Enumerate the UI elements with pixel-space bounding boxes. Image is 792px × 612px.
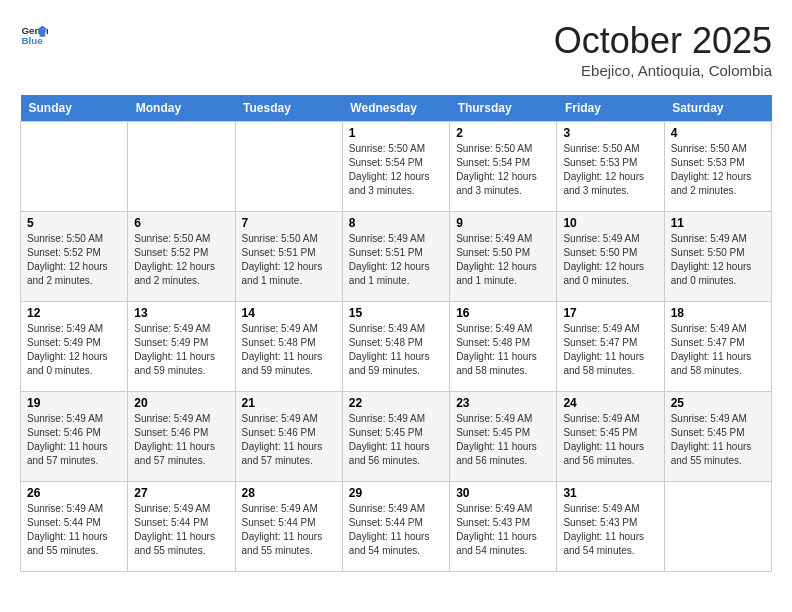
cell-content: Sunrise: 5:50 AM Sunset: 5:53 PM Dayligh… (671, 142, 765, 198)
day-header-tuesday: Tuesday (235, 95, 342, 122)
calendar-cell (21, 122, 128, 212)
day-number: 4 (671, 126, 765, 140)
calendar-cell: 24Sunrise: 5:49 AM Sunset: 5:45 PM Dayli… (557, 392, 664, 482)
cell-content: Sunrise: 5:49 AM Sunset: 5:50 PM Dayligh… (456, 232, 550, 288)
calendar-cell: 23Sunrise: 5:49 AM Sunset: 5:45 PM Dayli… (450, 392, 557, 482)
calendar-header: SundayMondayTuesdayWednesdayThursdayFrid… (21, 95, 772, 122)
cell-content: Sunrise: 5:49 AM Sunset: 5:46 PM Dayligh… (242, 412, 336, 468)
week-row-2: 5Sunrise: 5:50 AM Sunset: 5:52 PM Daylig… (21, 212, 772, 302)
calendar-cell: 10Sunrise: 5:49 AM Sunset: 5:50 PM Dayli… (557, 212, 664, 302)
calendar-cell: 3Sunrise: 5:50 AM Sunset: 5:53 PM Daylig… (557, 122, 664, 212)
day-number: 19 (27, 396, 121, 410)
calendar-cell (128, 122, 235, 212)
cell-content: Sunrise: 5:49 AM Sunset: 5:45 PM Dayligh… (456, 412, 550, 468)
calendar-cell: 2Sunrise: 5:50 AM Sunset: 5:54 PM Daylig… (450, 122, 557, 212)
day-header-wednesday: Wednesday (342, 95, 449, 122)
cell-content: Sunrise: 5:49 AM Sunset: 5:49 PM Dayligh… (27, 322, 121, 378)
day-header-sunday: Sunday (21, 95, 128, 122)
calendar-cell: 31Sunrise: 5:49 AM Sunset: 5:43 PM Dayli… (557, 482, 664, 572)
calendar-cell: 17Sunrise: 5:49 AM Sunset: 5:47 PM Dayli… (557, 302, 664, 392)
calendar-cell: 9Sunrise: 5:49 AM Sunset: 5:50 PM Daylig… (450, 212, 557, 302)
cell-content: Sunrise: 5:49 AM Sunset: 5:50 PM Dayligh… (671, 232, 765, 288)
cell-content: Sunrise: 5:49 AM Sunset: 5:44 PM Dayligh… (349, 502, 443, 558)
calendar-cell: 25Sunrise: 5:49 AM Sunset: 5:45 PM Dayli… (664, 392, 771, 482)
day-number: 17 (563, 306, 657, 320)
calendar-body: 1Sunrise: 5:50 AM Sunset: 5:54 PM Daylig… (21, 122, 772, 572)
cell-content: Sunrise: 5:49 AM Sunset: 5:46 PM Dayligh… (27, 412, 121, 468)
cell-content: Sunrise: 5:49 AM Sunset: 5:44 PM Dayligh… (134, 502, 228, 558)
calendar-cell (235, 122, 342, 212)
week-row-4: 19Sunrise: 5:49 AM Sunset: 5:46 PM Dayli… (21, 392, 772, 482)
day-number: 2 (456, 126, 550, 140)
calendar-cell: 27Sunrise: 5:49 AM Sunset: 5:44 PM Dayli… (128, 482, 235, 572)
day-number: 22 (349, 396, 443, 410)
day-number: 20 (134, 396, 228, 410)
calendar-cell: 30Sunrise: 5:49 AM Sunset: 5:43 PM Dayli… (450, 482, 557, 572)
day-number: 10 (563, 216, 657, 230)
cell-content: Sunrise: 5:49 AM Sunset: 5:45 PM Dayligh… (349, 412, 443, 468)
title-block: October 2025 Ebejico, Antioquia, Colombi… (554, 20, 772, 79)
cell-content: Sunrise: 5:49 AM Sunset: 5:43 PM Dayligh… (563, 502, 657, 558)
calendar-cell: 21Sunrise: 5:49 AM Sunset: 5:46 PM Dayli… (235, 392, 342, 482)
cell-content: Sunrise: 5:49 AM Sunset: 5:45 PM Dayligh… (563, 412, 657, 468)
day-number: 24 (563, 396, 657, 410)
calendar-cell: 28Sunrise: 5:49 AM Sunset: 5:44 PM Dayli… (235, 482, 342, 572)
logo-icon: General Blue (20, 20, 48, 48)
day-number: 29 (349, 486, 443, 500)
calendar-table: SundayMondayTuesdayWednesdayThursdayFrid… (20, 95, 772, 572)
cell-content: Sunrise: 5:49 AM Sunset: 5:43 PM Dayligh… (456, 502, 550, 558)
page-header: General Blue October 2025 Ebejico, Antio… (20, 20, 772, 79)
day-number: 16 (456, 306, 550, 320)
week-row-1: 1Sunrise: 5:50 AM Sunset: 5:54 PM Daylig… (21, 122, 772, 212)
day-number: 11 (671, 216, 765, 230)
calendar-cell: 20Sunrise: 5:49 AM Sunset: 5:46 PM Dayli… (128, 392, 235, 482)
calendar-cell: 16Sunrise: 5:49 AM Sunset: 5:48 PM Dayli… (450, 302, 557, 392)
cell-content: Sunrise: 5:49 AM Sunset: 5:45 PM Dayligh… (671, 412, 765, 468)
day-number: 15 (349, 306, 443, 320)
cell-content: Sunrise: 5:49 AM Sunset: 5:44 PM Dayligh… (242, 502, 336, 558)
calendar-cell: 29Sunrise: 5:49 AM Sunset: 5:44 PM Dayli… (342, 482, 449, 572)
cell-content: Sunrise: 5:49 AM Sunset: 5:47 PM Dayligh… (563, 322, 657, 378)
calendar-cell: 14Sunrise: 5:49 AM Sunset: 5:48 PM Dayli… (235, 302, 342, 392)
day-number: 9 (456, 216, 550, 230)
calendar-cell: 1Sunrise: 5:50 AM Sunset: 5:54 PM Daylig… (342, 122, 449, 212)
calendar-cell: 13Sunrise: 5:49 AM Sunset: 5:49 PM Dayli… (128, 302, 235, 392)
cell-content: Sunrise: 5:50 AM Sunset: 5:51 PM Dayligh… (242, 232, 336, 288)
day-header-friday: Friday (557, 95, 664, 122)
calendar-cell (664, 482, 771, 572)
cell-content: Sunrise: 5:49 AM Sunset: 5:50 PM Dayligh… (563, 232, 657, 288)
day-number: 27 (134, 486, 228, 500)
calendar-cell: 5Sunrise: 5:50 AM Sunset: 5:52 PM Daylig… (21, 212, 128, 302)
calendar-cell: 18Sunrise: 5:49 AM Sunset: 5:47 PM Dayli… (664, 302, 771, 392)
day-number: 12 (27, 306, 121, 320)
day-number: 8 (349, 216, 443, 230)
day-number: 26 (27, 486, 121, 500)
day-number: 30 (456, 486, 550, 500)
calendar-cell: 6Sunrise: 5:50 AM Sunset: 5:52 PM Daylig… (128, 212, 235, 302)
day-header-thursday: Thursday (450, 95, 557, 122)
cell-content: Sunrise: 5:49 AM Sunset: 5:48 PM Dayligh… (349, 322, 443, 378)
day-number: 3 (563, 126, 657, 140)
calendar-cell: 19Sunrise: 5:49 AM Sunset: 5:46 PM Dayli… (21, 392, 128, 482)
day-number: 28 (242, 486, 336, 500)
day-number: 23 (456, 396, 550, 410)
header-row: SundayMondayTuesdayWednesdayThursdayFrid… (21, 95, 772, 122)
cell-content: Sunrise: 5:50 AM Sunset: 5:52 PM Dayligh… (134, 232, 228, 288)
cell-content: Sunrise: 5:49 AM Sunset: 5:48 PM Dayligh… (456, 322, 550, 378)
day-number: 1 (349, 126, 443, 140)
day-number: 6 (134, 216, 228, 230)
day-number: 18 (671, 306, 765, 320)
cell-content: Sunrise: 5:49 AM Sunset: 5:44 PM Dayligh… (27, 502, 121, 558)
day-number: 14 (242, 306, 336, 320)
location: Ebejico, Antioquia, Colombia (554, 62, 772, 79)
day-number: 7 (242, 216, 336, 230)
cell-content: Sunrise: 5:49 AM Sunset: 5:51 PM Dayligh… (349, 232, 443, 288)
day-number: 5 (27, 216, 121, 230)
cell-content: Sunrise: 5:49 AM Sunset: 5:49 PM Dayligh… (134, 322, 228, 378)
day-number: 25 (671, 396, 765, 410)
week-row-3: 12Sunrise: 5:49 AM Sunset: 5:49 PM Dayli… (21, 302, 772, 392)
day-number: 13 (134, 306, 228, 320)
cell-content: Sunrise: 5:49 AM Sunset: 5:47 PM Dayligh… (671, 322, 765, 378)
day-number: 31 (563, 486, 657, 500)
calendar-cell: 12Sunrise: 5:49 AM Sunset: 5:49 PM Dayli… (21, 302, 128, 392)
